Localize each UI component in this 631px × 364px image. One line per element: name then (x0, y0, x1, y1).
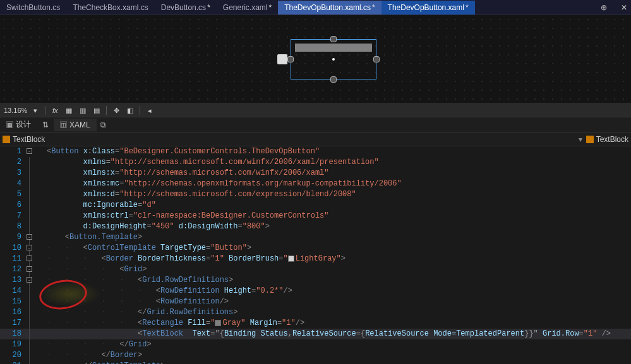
tab-devbutton[interactable]: DevButton.cs (155, 1, 217, 15)
designer-view-tabs: ▦设计 ⇅ ◫XAML ⧉ (0, 117, 631, 132)
file-tabs: SwitchButton.cs TheCheckBox.xaml.cs DevB… (0, 0, 631, 15)
close-tab-icon[interactable]: ✕ (617, 3, 631, 12)
designer-surface[interactable] (0, 15, 631, 103)
fold-toggle[interactable]: - (27, 148, 32, 154)
tab-thedevopbutton-cs[interactable]: TheDevOpButton.xaml.cs (278, 1, 381, 15)
grid1-icon[interactable]: ▦ (63, 105, 75, 115)
nav-dropdown-left-icon[interactable]: ▾ (579, 135, 582, 144)
tab-thedevopbutton-xaml[interactable]: TheDevOpButton.xaml (382, 1, 475, 15)
code-editor[interactable]: 1-<Button x:Class="BeDesigner.CustomerCo… (0, 146, 631, 364)
camera-icon[interactable]: ◧ (124, 105, 136, 115)
line-number: 1 (0, 146, 25, 157)
fold-toggle[interactable]: - (27, 277, 32, 283)
nav-left[interactable]: TextBlock (3, 135, 45, 144)
tab-thecheckbox[interactable]: TheCheckBox.xaml.cs (66, 1, 154, 15)
grid3-icon[interactable]: ▤ (91, 105, 102, 115)
fold-toggle[interactable]: - (27, 266, 32, 272)
move-icon[interactable]: ✥ (111, 105, 122, 115)
design-tab[interactable]: ▦设计 (0, 117, 37, 132)
tab-generic[interactable]: Generic.xaml (217, 1, 278, 15)
pin-icon[interactable]: ⊕ (597, 3, 611, 12)
tab-switchbutton[interactable]: SwitchButton.cs (0, 1, 66, 15)
center-dot (332, 58, 335, 61)
resize-handle-top[interactable] (330, 36, 337, 42)
zoom-toolbar: 13.16% ▾ fx ▦ ▥ ▤ ✥ ◧ ◂ (0, 103, 631, 117)
resize-handle-right[interactable] (373, 56, 380, 62)
zoom-dropdown-icon[interactable]: ▾ (30, 105, 41, 115)
fold-toggle[interactable]: - (27, 245, 32, 250)
fold-toggle[interactable]: - (27, 255, 32, 261)
popout-icon[interactable]: ⧉ (97, 120, 110, 129)
code-nav-bar: TextBlock ▾ TextBlock (0, 132, 631, 146)
zoom-level[interactable]: 13.16% (4, 107, 27, 114)
selected-element-outline[interactable] (291, 39, 376, 79)
snap-grid-icon[interactable] (277, 54, 287, 64)
resize-handle-bottom[interactable] (330, 76, 337, 83)
nav-right[interactable]: TextBlock (586, 135, 628, 144)
grid2-icon[interactable]: ▥ (77, 105, 88, 115)
resize-handle-left[interactable] (287, 56, 294, 62)
fold-toggle[interactable]: - (27, 234, 32, 240)
xaml-tab[interactable]: ◫XAML (54, 119, 97, 131)
fx-icon[interactable]: fx (49, 105, 61, 115)
rectangle-preview (295, 44, 372, 52)
scroll-left-icon[interactable]: ◂ (144, 105, 155, 115)
swap-panes-icon[interactable]: ⇅ (37, 119, 54, 131)
